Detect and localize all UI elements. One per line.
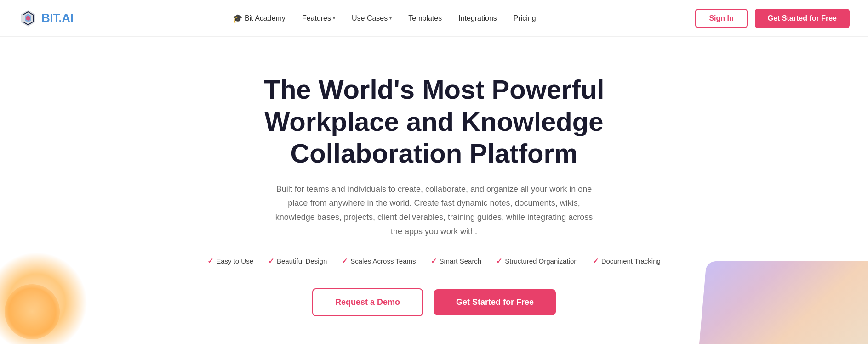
deco-left-blob <box>0 252 87 344</box>
cta-buttons: Request a Demo Get Started for Free <box>312 288 556 316</box>
get-started-hero-button[interactable]: Get Started for Free <box>434 289 556 315</box>
badge-beautiful-design: ✓ Beautiful Design <box>268 257 327 265</box>
nav-item-features[interactable]: Features ▾ <box>302 14 335 22</box>
feature-badges: ✓ Easy to Use ✓ Beautiful Design ✓ Scale… <box>207 257 661 265</box>
request-demo-button[interactable]: Request a Demo <box>312 288 423 316</box>
nav-pricing-label: Pricing <box>514 14 536 22</box>
nav-features-label: Features <box>302 14 331 22</box>
nav-item-academy[interactable]: 🎓 Bit Academy <box>233 13 286 23</box>
badge-label-5: Structured Organization <box>505 257 577 265</box>
check-icon-1: ✓ <box>207 257 213 265</box>
get-started-nav-button[interactable]: Get Started for Free <box>755 9 850 28</box>
badge-label-2: Beautiful Design <box>277 257 327 265</box>
logo[interactable]: BIT.AI <box>18 9 73 28</box>
nav-actions: Sign In Get Started for Free <box>695 9 850 28</box>
navbar: BIT.AI 🎓 Bit Academy Features ▾ Use Case… <box>0 0 868 37</box>
badge-label-3: Scales Across Teams <box>350 257 416 265</box>
nav-integrations-label: Integrations <box>458 14 497 22</box>
use-cases-chevron-icon: ▾ <box>389 16 392 21</box>
hero-title: The World's Most Powerful Workplace and … <box>227 73 641 169</box>
nav-links: 🎓 Bit Academy Features ▾ Use Cases ▾ Tem… <box>233 13 536 23</box>
graduation-cap-icon: 🎓 <box>233 13 243 23</box>
logo-icon <box>18 9 38 28</box>
check-icon-2: ✓ <box>268 257 274 265</box>
hero-title-line2: Workplace and Knowledge Collaboration Pl… <box>265 107 604 168</box>
nav-item-templates[interactable]: Templates <box>408 14 442 22</box>
nav-item-use-cases[interactable]: Use Cases ▾ <box>352 14 392 22</box>
deco-left-inner-blob <box>5 284 60 339</box>
hero-title-line1: The World's Most Powerful <box>264 74 605 104</box>
nav-templates-label: Templates <box>408 14 442 22</box>
badge-label-6: Document Tracking <box>601 257 661 265</box>
hero-content: The World's Most Powerful Workplace and … <box>207 73 661 316</box>
nav-item-integrations[interactable]: Integrations <box>458 14 497 22</box>
check-icon-6: ✓ <box>593 257 599 265</box>
check-icon-5: ✓ <box>496 257 502 265</box>
nav-use-cases-label: Use Cases <box>352 14 388 22</box>
nav-academy-label: Bit Academy <box>245 14 286 22</box>
badge-easy-to-use: ✓ Easy to Use <box>207 257 253 265</box>
check-icon-4: ✓ <box>431 257 437 265</box>
deco-right-blob <box>698 261 868 344</box>
signin-button[interactable]: Sign In <box>695 9 747 28</box>
check-icon-3: ✓ <box>342 257 348 265</box>
nav-item-pricing[interactable]: Pricing <box>514 14 536 22</box>
logo-text: BIT.AI <box>41 11 73 25</box>
badge-structured-organization: ✓ Structured Organization <box>496 257 577 265</box>
badge-label-4: Smart Search <box>440 257 482 265</box>
badge-document-tracking: ✓ Document Tracking <box>593 257 661 265</box>
badge-smart-search: ✓ Smart Search <box>431 257 482 265</box>
features-chevron-icon: ▾ <box>333 16 335 21</box>
hero-section: The World's Most Powerful Workplace and … <box>0 37 868 344</box>
badge-label-1: Easy to Use <box>216 257 253 265</box>
badge-scales-across-teams: ✓ Scales Across Teams <box>342 257 416 265</box>
hero-subtitle: Built for teams and individuals to creat… <box>268 182 600 238</box>
